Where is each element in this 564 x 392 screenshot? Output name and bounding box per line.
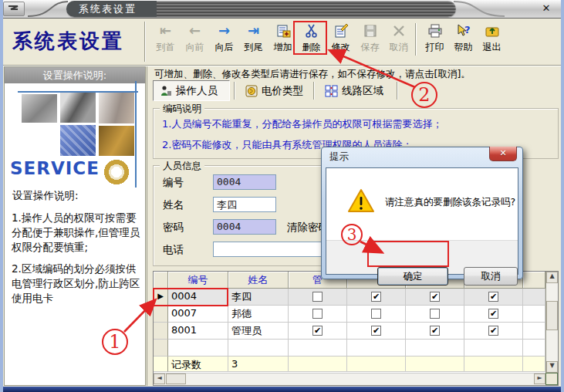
name-cell[interactable]: 李四 [228, 289, 289, 306]
perm-cell[interactable] [406, 306, 464, 323]
row-selector[interactable] [154, 323, 168, 340]
permission-checkbox[interactable] [312, 309, 323, 319]
modify-button[interactable]: 修改 [326, 22, 355, 57]
perm-cell[interactable] [464, 289, 523, 306]
permission-checkbox[interactable] [312, 326, 323, 336]
empty-cell [406, 340, 464, 357]
photo-tile-watch [99, 157, 134, 187]
app-logo-icon[interactable] [3, 2, 25, 16]
save-button[interactable]: 保存 [356, 22, 384, 57]
service-wordmark: SERVICE [10, 158, 100, 178]
scroll-right-icon[interactable]: ► [534, 373, 545, 384]
nav-prev-button[interactable]: ← 向前 [181, 22, 209, 57]
logo-glyph-icon [7, 5, 21, 14]
perm-cell[interactable] [406, 323, 464, 340]
help-button[interactable]: ? 帮助 [449, 22, 478, 57]
perm-cell[interactable] [347, 289, 406, 306]
button-label: 修改 [332, 41, 350, 54]
code-field[interactable]: 0004 [213, 174, 276, 190]
ok-button[interactable]: 确定 [377, 267, 448, 286]
sidebar-note-1: 1.操作人员的权限可按需要分配便于兼职操作,但管理员权限分配要慎重; [12, 211, 144, 255]
nav-next-button[interactable]: → 向后 [210, 22, 238, 57]
button-label: 保存 [361, 41, 380, 54]
vertical-scrollbar[interactable]: ▲ ▼ [545, 272, 558, 373]
permission-checkbox[interactable] [371, 326, 381, 336]
row-selector [154, 340, 168, 357]
print-button[interactable]: 打印 [420, 22, 449, 57]
close-icon[interactable]: ✕ [536, 2, 556, 15]
cancel-button[interactable]: 取消 [384, 22, 413, 57]
permission-checkbox[interactable] [488, 309, 498, 319]
add-record-icon [275, 22, 291, 40]
permission-checkbox[interactable] [312, 292, 323, 302]
scroll-up-icon[interactable]: ▲ [546, 272, 558, 283]
permission-checkbox[interactable] [430, 309, 440, 319]
permission-checkbox[interactable] [430, 326, 440, 336]
code-cell[interactable]: 0007 [168, 306, 228, 323]
name-cell[interactable]: 邦德 [228, 306, 289, 323]
nav-last-button[interactable]: ⇥ 到尾 [239, 22, 268, 57]
table-row[interactable]: 0007 邦德 [154, 306, 545, 323]
sidebar-note-title: 设置操作说明: [12, 189, 79, 203]
permission-checkbox[interactable] [488, 292, 498, 302]
tab-operators[interactable]: 操作人员 [153, 80, 230, 101]
row-selector[interactable] [154, 306, 168, 323]
name-cell[interactable]: 管理员 [228, 323, 289, 340]
tab-separator [397, 82, 398, 100]
nav-first-button[interactable]: ⇤ 到首 [151, 22, 180, 57]
phone-field-label: 电话 [163, 243, 184, 257]
first-arrow-icon: ⇤ [160, 22, 171, 40]
cancel-x-icon [391, 22, 407, 40]
horizontal-scrollbar[interactable]: ◄ ► [154, 373, 545, 385]
extra-cell [523, 323, 545, 340]
perm-cell[interactable] [289, 289, 347, 306]
button-label: 取消 [390, 41, 408, 54]
page-title: 系统表设置 [12, 28, 124, 55]
tab-label: 线路区域 [342, 84, 383, 98]
perm-cell[interactable] [347, 306, 406, 323]
perm-cell[interactable] [406, 289, 464, 306]
password-field[interactable]: 0004 [213, 219, 276, 235]
code-column-header[interactable]: 编号 [168, 272, 228, 289]
perm-cell[interactable] [289, 306, 347, 323]
toolbar-separator [415, 23, 417, 56]
exit-button[interactable]: 退出 [478, 22, 506, 57]
perm-cell[interactable] [289, 323, 347, 340]
dialog-cancel-button[interactable]: 取消 [464, 267, 518, 286]
perm-cell[interactable] [464, 323, 523, 340]
password-field-label: 密码 [163, 221, 184, 235]
name-column-header[interactable]: 姓名 [228, 272, 289, 289]
perm-cell[interactable] [347, 323, 406, 340]
perm-cell[interactable] [464, 306, 523, 323]
decor-line-vertical [135, 81, 137, 188]
tab-separator [313, 82, 315, 100]
tab-price-type[interactable]: 电价类型 [239, 80, 312, 101]
hscroll-thumb[interactable] [166, 373, 186, 384]
annotation-circle-2: 2 [411, 82, 437, 108]
vscroll-thumb[interactable] [546, 301, 558, 330]
next-arrow-icon: → [218, 22, 230, 40]
empty-cell [228, 340, 289, 357]
name-field-label: 姓名 [163, 198, 184, 212]
warning-icon [347, 188, 375, 213]
footer-cell [347, 357, 406, 372]
operator-person-icon [160, 85, 172, 97]
permission-checkbox[interactable] [430, 292, 440, 302]
header-separator [144, 22, 146, 62]
app-window: 系统表设置 ✕ 系统表设置 ⇤ 到首 ← 向前 → 向后 ⇥ 到尾 增加 删除 [0, 0, 564, 392]
name-field[interactable]: 李四 [213, 197, 276, 212]
dialog-close-icon[interactable]: ✕ [489, 147, 517, 161]
record-count-label: 记录数 [168, 357, 228, 372]
photo-tile-gold [99, 126, 134, 156]
tab-line-area[interactable]: 线路区域 [319, 80, 394, 101]
scroll-down-icon[interactable]: ▼ [546, 361, 558, 373]
last-arrow-icon: ⇥ [248, 22, 259, 40]
code-cell[interactable]: 8001 [168, 323, 228, 340]
table-row[interactable]: 8001 管理员 [154, 323, 545, 340]
permission-checkbox[interactable] [371, 309, 381, 319]
button-label: 向前 [186, 41, 204, 54]
permission-checkbox[interactable] [488, 326, 498, 336]
tab-label: 操作人员 [176, 84, 218, 98]
scroll-left-icon[interactable]: ◄ [154, 373, 165, 384]
permission-checkbox[interactable] [371, 292, 381, 302]
